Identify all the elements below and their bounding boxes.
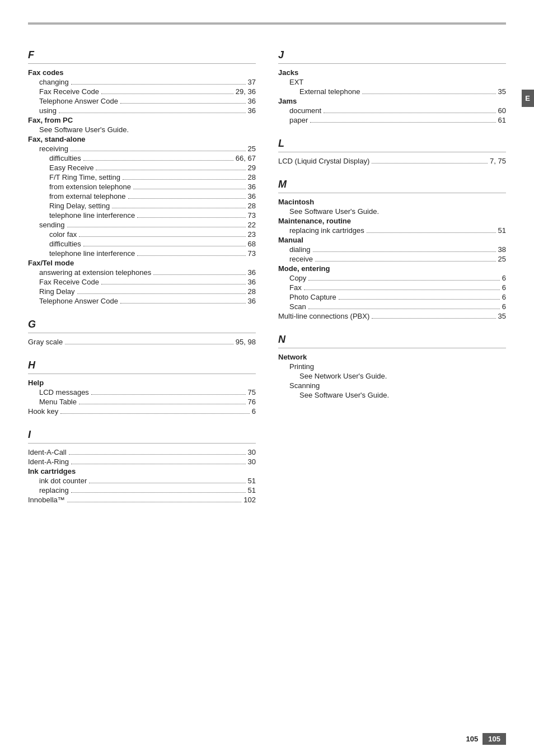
index-entry: Menu Table76 bbox=[28, 398, 256, 406]
entry-text: replacing bbox=[39, 486, 69, 494]
index-entry: Fax Receive Code29, 36 bbox=[28, 87, 256, 96]
entry-text: Fax Receive Code bbox=[39, 278, 99, 286]
entry-page: 73 bbox=[248, 249, 256, 258]
entry-page: 37 bbox=[248, 78, 256, 86]
index-entry: Multi-line connections (PBX)35 bbox=[278, 312, 506, 320]
entry-dots bbox=[71, 84, 246, 85]
entry-text: receive bbox=[289, 255, 313, 263]
index-entry: using36 bbox=[28, 106, 256, 115]
entry-text: Telephone Answer Code bbox=[39, 97, 118, 105]
index-entry: LCD messages75 bbox=[28, 388, 256, 396]
index-entry: document60 bbox=[278, 106, 506, 115]
section-L: LLCD (Liquid Crystal Display)7, 75 bbox=[278, 138, 506, 165]
index-entry: from external telephone36 bbox=[28, 192, 256, 200]
index-entry: External telephone35 bbox=[278, 87, 506, 96]
index-entry: answering at extension telephones36 bbox=[28, 268, 256, 277]
section-divider bbox=[278, 193, 506, 193]
index-entry: telephone line interference73 bbox=[28, 249, 256, 258]
index-entry: replacing51 bbox=[28, 486, 256, 494]
section-header: I bbox=[28, 429, 256, 441]
entry-text: LCD (Liquid Crystal Display) bbox=[278, 157, 369, 165]
entry-dots bbox=[91, 394, 246, 395]
section-divider bbox=[28, 374, 256, 374]
entry-page: 35 bbox=[498, 312, 506, 320]
section-divider bbox=[278, 63, 506, 64]
index-entry: Hook key6 bbox=[28, 407, 256, 416]
section-header: L bbox=[278, 138, 506, 150]
entry-dots bbox=[308, 280, 499, 281]
right-column: JJacksEXTExternal telephone35Jamsdocumen… bbox=[278, 36, 506, 507]
entry-page: 38 bbox=[498, 245, 506, 254]
index-entry: Innobella™102 bbox=[28, 496, 256, 504]
entry-dots bbox=[79, 404, 246, 404]
index-entry: changing37 bbox=[28, 78, 256, 86]
entry-page: 76 bbox=[248, 398, 256, 406]
index-entry: Scan6 bbox=[278, 302, 506, 311]
entry-dots bbox=[315, 261, 496, 262]
entry-dots bbox=[313, 251, 496, 252]
entry-dots bbox=[123, 179, 246, 180]
section-divider bbox=[278, 348, 506, 348]
entry-dots bbox=[79, 236, 245, 237]
section-M: MMacintoshSee Software User's Guide.Main… bbox=[278, 179, 506, 320]
index-entry: EXT bbox=[278, 78, 506, 86]
entry-dots bbox=[137, 217, 245, 218]
page-number-block: 105 bbox=[483, 733, 506, 745]
section-letter: J bbox=[278, 49, 506, 61]
entry-dots bbox=[153, 274, 245, 275]
entry-dots bbox=[83, 160, 233, 161]
entry-dots bbox=[120, 303, 246, 304]
entry-text: paper bbox=[289, 116, 308, 124]
index-entry: Mode, entering bbox=[278, 264, 506, 273]
entry-text: from extension telephone bbox=[49, 183, 131, 191]
section-header: J bbox=[278, 49, 506, 61]
index-entry: sending22 bbox=[28, 221, 256, 229]
entry-text: Menu Table bbox=[39, 398, 77, 406]
entry-text: from external telephone bbox=[49, 192, 126, 200]
index-entry: Fax Receive Code36 bbox=[28, 278, 256, 286]
index-entry: Fax6 bbox=[278, 283, 506, 292]
section-divider bbox=[28, 443, 256, 444]
entry-page: 36 bbox=[248, 297, 256, 305]
entry-page: 36 bbox=[248, 183, 256, 191]
entry-dots bbox=[362, 94, 495, 94]
index-entry: F/T Ring Time, setting28 bbox=[28, 173, 256, 181]
entry-page: 6 bbox=[502, 274, 506, 282]
entry-text: using bbox=[39, 106, 57, 115]
section-header: G bbox=[28, 319, 256, 330]
index-entry: Fax codes bbox=[28, 68, 256, 77]
entry-dots bbox=[324, 113, 495, 113]
section-H: HHelpLCD messages75Menu Table76Hook key6 bbox=[28, 360, 256, 416]
index-entry: receive25 bbox=[278, 255, 506, 263]
entry-dots bbox=[128, 198, 246, 199]
entry-page: 75 bbox=[248, 388, 256, 396]
entry-text: F/T Ring Time, setting bbox=[49, 173, 120, 181]
entry-dots bbox=[372, 318, 495, 319]
entry-page: 36 bbox=[248, 192, 256, 200]
section-divider bbox=[278, 152, 506, 152]
entry-dots bbox=[69, 454, 246, 455]
entry-text: Innobella™ bbox=[28, 496, 65, 504]
entry-text: Scan bbox=[289, 302, 306, 311]
index-entry: Telephone Answer Code36 bbox=[28, 97, 256, 105]
entry-dots bbox=[67, 502, 242, 502]
section-G: GGray scale95, 98 bbox=[28, 319, 256, 346]
entry-text: Photo Capture bbox=[289, 293, 336, 301]
entry-dots bbox=[59, 113, 245, 113]
entry-page: 29, 36 bbox=[236, 87, 256, 96]
entry-text: Ring Delay, setting bbox=[49, 202, 110, 210]
entry-dots bbox=[77, 293, 246, 294]
side-tab: E bbox=[522, 90, 534, 107]
section-J: JJacksEXTExternal telephone35Jamsdocumen… bbox=[278, 49, 506, 124]
index-entry: color fax23 bbox=[28, 230, 256, 239]
index-entry: Easy Receive29 bbox=[28, 164, 256, 172]
index-entry: difficulties68 bbox=[28, 240, 256, 248]
entry-text: Ring Delay bbox=[39, 287, 75, 296]
section-letter: L bbox=[278, 138, 506, 150]
entry-page: 6 bbox=[502, 302, 506, 311]
entry-text: Ident-A-Call bbox=[28, 448, 67, 456]
entry-dots bbox=[367, 232, 496, 233]
entry-text: Fax Receive Code bbox=[39, 87, 99, 96]
entry-page: 36 bbox=[248, 97, 256, 105]
index-entry: Copy6 bbox=[278, 274, 506, 282]
